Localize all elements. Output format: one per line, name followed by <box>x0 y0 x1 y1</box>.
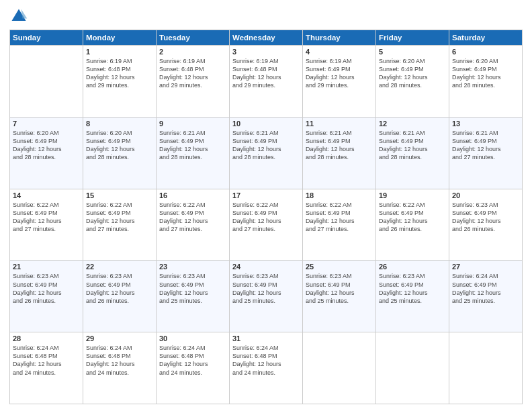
cell-daylight-info: Sunrise: 6:24 AM Sunset: 6:48 PM Dayligh… <box>13 344 80 377</box>
calendar-cell: 23Sunrise: 6:23 AM Sunset: 6:49 PM Dayli… <box>157 261 230 332</box>
day-number: 3 <box>232 48 300 56</box>
day-number: 27 <box>452 263 519 271</box>
cell-daylight-info: Sunrise: 6:24 AM Sunset: 6:48 PM Dayligh… <box>86 344 153 377</box>
calendar-cell: 31Sunrise: 6:24 AM Sunset: 6:48 PM Dayli… <box>230 332 303 404</box>
day-number: 2 <box>159 48 226 56</box>
calendar-cell: 30Sunrise: 6:24 AM Sunset: 6:48 PM Dayli… <box>157 332 230 404</box>
calendar-cell: 12Sunrise: 6:21 AM Sunset: 6:49 PM Dayli… <box>376 117 449 189</box>
day-number: 1 <box>86 48 153 56</box>
weekday-header-row: SundayMondayTuesdayWednesdayThursdayFrid… <box>10 30 523 46</box>
calendar-cell <box>10 46 83 118</box>
day-number: 12 <box>379 120 446 128</box>
calendar-cell: 8Sunrise: 6:20 AM Sunset: 6:49 PM Daylig… <box>83 117 157 189</box>
day-number: 16 <box>159 191 226 199</box>
day-number: 21 <box>13 263 80 271</box>
weekday-header-sunday: Sunday <box>10 30 83 46</box>
cell-daylight-info: Sunrise: 6:23 AM Sunset: 6:49 PM Dayligh… <box>379 272 446 305</box>
cell-daylight-info: Sunrise: 6:19 AM Sunset: 6:48 PM Dayligh… <box>159 57 226 90</box>
calendar-cell: 11Sunrise: 6:21 AM Sunset: 6:49 PM Dayli… <box>303 117 376 189</box>
logo-icon <box>9 7 28 26</box>
calendar-cell: 24Sunrise: 6:23 AM Sunset: 6:49 PM Dayli… <box>230 261 303 332</box>
calendar-cell: 26Sunrise: 6:23 AM Sunset: 6:49 PM Dayli… <box>376 261 449 332</box>
weekday-header-friday: Friday <box>376 30 449 46</box>
day-number: 10 <box>232 120 300 128</box>
cell-daylight-info: Sunrise: 6:20 AM Sunset: 6:49 PM Dayligh… <box>86 129 153 162</box>
calendar-table: SundayMondayTuesdayWednesdayThursdayFrid… <box>9 30 523 404</box>
cell-daylight-info: Sunrise: 6:24 AM Sunset: 6:49 PM Dayligh… <box>452 272 519 305</box>
cell-daylight-info: Sunrise: 6:22 AM Sunset: 6:49 PM Dayligh… <box>159 201 226 234</box>
calendar-cell: 28Sunrise: 6:24 AM Sunset: 6:48 PM Dayli… <box>10 332 83 404</box>
day-number: 18 <box>306 191 373 199</box>
calendar-cell: 22Sunrise: 6:23 AM Sunset: 6:49 PM Dayli… <box>83 261 157 332</box>
day-number: 31 <box>232 334 300 342</box>
calendar-cell: 3Sunrise: 6:19 AM Sunset: 6:48 PM Daylig… <box>230 46 303 118</box>
cell-daylight-info: Sunrise: 6:23 AM Sunset: 6:49 PM Dayligh… <box>86 272 153 305</box>
cell-daylight-info: Sunrise: 6:20 AM Sunset: 6:49 PM Dayligh… <box>13 129 80 162</box>
day-number: 13 <box>452 120 519 128</box>
weekday-header-wednesday: Wednesday <box>230 30 303 46</box>
calendar-week-2: 7Sunrise: 6:20 AM Sunset: 6:49 PM Daylig… <box>10 117 523 189</box>
day-number: 6 <box>452 48 519 56</box>
page: SundayMondayTuesdayWednesdayThursdayFrid… <box>0 0 532 411</box>
cell-daylight-info: Sunrise: 6:24 AM Sunset: 6:48 PM Dayligh… <box>232 344 300 377</box>
calendar-cell: 21Sunrise: 6:23 AM Sunset: 6:49 PM Dayli… <box>10 261 83 332</box>
cell-daylight-info: Sunrise: 6:24 AM Sunset: 6:48 PM Dayligh… <box>159 344 226 377</box>
cell-daylight-info: Sunrise: 6:21 AM Sunset: 6:49 PM Dayligh… <box>306 129 373 162</box>
cell-daylight-info: Sunrise: 6:19 AM Sunset: 6:48 PM Dayligh… <box>232 57 300 90</box>
day-number: 22 <box>86 263 153 271</box>
calendar-cell: 5Sunrise: 6:20 AM Sunset: 6:49 PM Daylig… <box>376 46 449 118</box>
cell-daylight-info: Sunrise: 6:23 AM Sunset: 6:49 PM Dayligh… <box>232 272 300 305</box>
calendar-cell: 20Sunrise: 6:23 AM Sunset: 6:49 PM Dayli… <box>449 189 523 261</box>
header <box>9 7 523 26</box>
calendar-cell: 13Sunrise: 6:21 AM Sunset: 6:49 PM Dayli… <box>449 117 523 189</box>
weekday-header-monday: Monday <box>83 30 157 46</box>
day-number: 26 <box>379 263 446 271</box>
day-number: 11 <box>306 120 373 128</box>
calendar-cell: 2Sunrise: 6:19 AM Sunset: 6:48 PM Daylig… <box>157 46 230 118</box>
day-number: 24 <box>232 263 300 271</box>
calendar-week-1: 1Sunrise: 6:19 AM Sunset: 6:48 PM Daylig… <box>10 46 523 118</box>
cell-daylight-info: Sunrise: 6:21 AM Sunset: 6:49 PM Dayligh… <box>379 129 446 162</box>
cell-daylight-info: Sunrise: 6:21 AM Sunset: 6:49 PM Dayligh… <box>232 129 300 162</box>
calendar-cell <box>303 332 376 404</box>
calendar-cell: 17Sunrise: 6:22 AM Sunset: 6:49 PM Dayli… <box>230 189 303 261</box>
day-number: 20 <box>452 191 519 199</box>
cell-daylight-info: Sunrise: 6:19 AM Sunset: 6:48 PM Dayligh… <box>86 57 153 90</box>
logo <box>9 7 31 26</box>
cell-daylight-info: Sunrise: 6:22 AM Sunset: 6:49 PM Dayligh… <box>379 201 446 234</box>
calendar-cell: 15Sunrise: 6:22 AM Sunset: 6:49 PM Dayli… <box>83 189 157 261</box>
cell-daylight-info: Sunrise: 6:23 AM Sunset: 6:49 PM Dayligh… <box>306 272 373 305</box>
day-number: 19 <box>379 191 446 199</box>
calendar-cell: 29Sunrise: 6:24 AM Sunset: 6:48 PM Dayli… <box>83 332 157 404</box>
calendar-cell: 27Sunrise: 6:24 AM Sunset: 6:49 PM Dayli… <box>449 261 523 332</box>
weekday-header-tuesday: Tuesday <box>157 30 230 46</box>
cell-daylight-info: Sunrise: 6:21 AM Sunset: 6:49 PM Dayligh… <box>452 129 519 162</box>
cell-daylight-info: Sunrise: 6:19 AM Sunset: 6:49 PM Dayligh… <box>306 57 373 90</box>
day-number: 15 <box>86 191 153 199</box>
calendar-cell <box>449 332 523 404</box>
day-number: 25 <box>306 263 373 271</box>
calendar-week-4: 21Sunrise: 6:23 AM Sunset: 6:49 PM Dayli… <box>10 261 523 332</box>
day-number: 5 <box>379 48 446 56</box>
calendar-cell: 10Sunrise: 6:21 AM Sunset: 6:49 PM Dayli… <box>230 117 303 189</box>
calendar-week-3: 14Sunrise: 6:22 AM Sunset: 6:49 PM Dayli… <box>10 189 523 261</box>
calendar-cell: 16Sunrise: 6:22 AM Sunset: 6:49 PM Dayli… <box>157 189 230 261</box>
cell-daylight-info: Sunrise: 6:21 AM Sunset: 6:49 PM Dayligh… <box>159 129 226 162</box>
calendar-cell: 7Sunrise: 6:20 AM Sunset: 6:49 PM Daylig… <box>10 117 83 189</box>
day-number: 28 <box>13 334 80 342</box>
calendar-cell: 1Sunrise: 6:19 AM Sunset: 6:48 PM Daylig… <box>83 46 157 118</box>
calendar-cell: 18Sunrise: 6:22 AM Sunset: 6:49 PM Dayli… <box>303 189 376 261</box>
cell-daylight-info: Sunrise: 6:22 AM Sunset: 6:49 PM Dayligh… <box>232 201 300 234</box>
calendar-cell: 14Sunrise: 6:22 AM Sunset: 6:49 PM Dayli… <box>10 189 83 261</box>
cell-daylight-info: Sunrise: 6:20 AM Sunset: 6:49 PM Dayligh… <box>379 57 446 90</box>
cell-daylight-info: Sunrise: 6:22 AM Sunset: 6:49 PM Dayligh… <box>13 201 80 234</box>
calendar-cell: 19Sunrise: 6:22 AM Sunset: 6:49 PM Dayli… <box>376 189 449 261</box>
calendar-cell <box>376 332 449 404</box>
day-number: 29 <box>86 334 153 342</box>
day-number: 4 <box>306 48 373 56</box>
cell-daylight-info: Sunrise: 6:23 AM Sunset: 6:49 PM Dayligh… <box>452 201 519 234</box>
weekday-header-thursday: Thursday <box>303 30 376 46</box>
day-number: 30 <box>159 334 226 342</box>
calendar-cell: 9Sunrise: 6:21 AM Sunset: 6:49 PM Daylig… <box>157 117 230 189</box>
calendar-cell: 4Sunrise: 6:19 AM Sunset: 6:49 PM Daylig… <box>303 46 376 118</box>
